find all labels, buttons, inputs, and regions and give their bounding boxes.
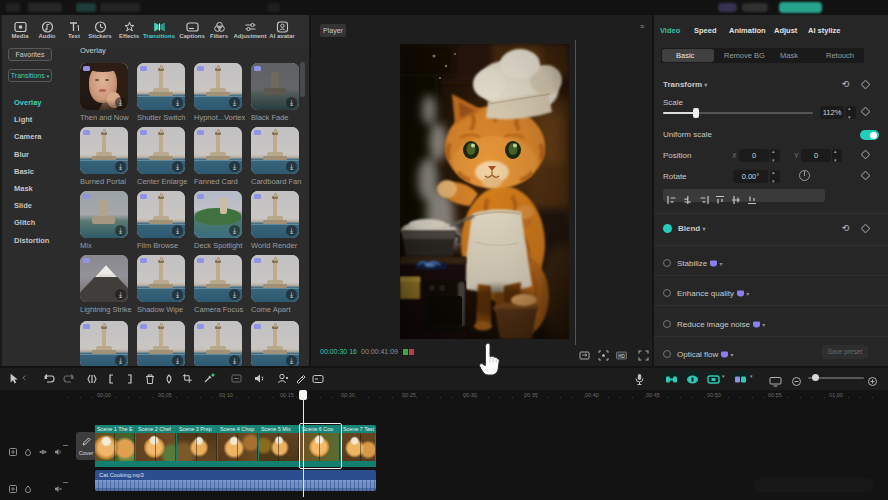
- svg-text:HD: HD: [618, 354, 625, 359]
